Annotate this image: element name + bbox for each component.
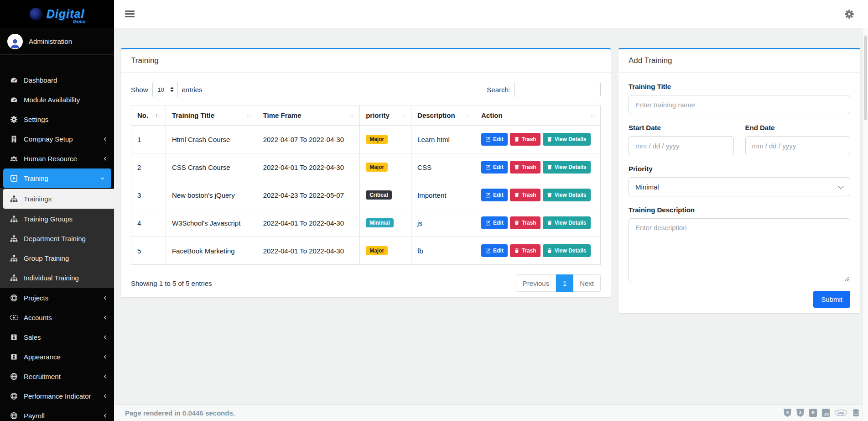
view-details-button[interactable]: View Details [543, 189, 591, 201]
edit-button[interactable]: Edit [481, 161, 508, 174]
view-details-button[interactable]: View Details [543, 216, 591, 229]
cell-description: js [411, 209, 475, 237]
topbar [114, 0, 868, 28]
sort-icon: ↑↓ [464, 113, 469, 118]
priority-label: Priority [629, 165, 850, 173]
sidebar-subitem-department-training[interactable]: Department Training [0, 229, 114, 248]
start-date-input[interactable] [629, 136, 734, 155]
edit-button[interactable]: Edit [481, 133, 508, 146]
sidebar-subitem-individual-training[interactable]: Individual Training [0, 268, 114, 288]
page-length-select[interactable]: 10 [152, 82, 178, 97]
database-icon [852, 409, 860, 417]
sort-icon: ↑↓ [349, 113, 354, 118]
logo-sphere-icon [30, 8, 42, 21]
cell-time-frame: 2022-04-01 To 2022-04-30 [257, 237, 360, 265]
priority-select[interactable]: Minimal [629, 177, 850, 196]
gauge-icon [10, 76, 18, 84]
sidebar-item-recruitment[interactable]: Recruitment [0, 367, 114, 386]
sidebar-item-module-availability[interactable]: Module Availability [0, 90, 114, 110]
scrollbar-thumb[interactable] [864, 36, 867, 120]
table-row: 2 CSS Crash Course 2022-04-01 To 2022-04… [131, 153, 601, 181]
table-footer: Showing 1 to 5 of 5 entries Previous 1 N… [131, 274, 601, 292]
entries-label: entries [182, 86, 203, 94]
hamburger-menu-icon[interactable] [125, 11, 135, 17]
view-details-button[interactable]: View Details [543, 161, 591, 174]
priority-badge: Critical [366, 190, 392, 200]
trash-button[interactable]: Trash [510, 189, 541, 201]
sidebar-item-performance-indicator[interactable]: Performance Indicator [0, 386, 114, 406]
brand-logo[interactable]: DigitalDemo [0, 0, 114, 28]
css3-icon: 3 [796, 409, 804, 417]
column-header-action[interactable]: Action↑↓ [475, 105, 600, 126]
sidebar-subitem-trainings[interactable]: Trainings [3, 189, 114, 209]
sidebar-item-appearance[interactable]: Appearance [0, 347, 114, 367]
globe-icon [10, 392, 18, 400]
cell-no: 1 [131, 126, 166, 153]
training-title-input[interactable] [629, 95, 850, 114]
sidebar-item-settings[interactable]: Settings [0, 110, 114, 129]
edit-button[interactable]: Edit [481, 216, 508, 229]
gauge-icon [10, 96, 18, 104]
main-content: Training Show 10 entries Search: [114, 28, 868, 404]
edit-button[interactable]: Edit [481, 244, 508, 257]
search-input[interactable] [514, 82, 601, 97]
search-control: Search: [487, 82, 601, 97]
column-header-description[interactable]: Description↑↓ [411, 105, 475, 126]
start-date-label: Start Date [629, 124, 734, 132]
add-training-panel: Add Training Training Title Start Date E… [619, 48, 860, 313]
previous-page-button[interactable]: Previous [516, 274, 556, 292]
end-date-input[interactable] [745, 136, 851, 155]
play-square-icon [10, 174, 18, 182]
gear-icon[interactable] [844, 9, 854, 19]
vertical-scrollbar[interactable] [863, 28, 868, 421]
column-header-time-frame[interactable]: Time Frame↑↓ [257, 105, 360, 126]
sidebar-item-accounts[interactable]: Accounts [0, 308, 114, 327]
sidebar-item-label: Human Resource [24, 155, 103, 163]
column-header-no[interactable]: No.↑↓ [131, 105, 166, 126]
training-title-label: Training Title [629, 83, 850, 90]
sidebar-item-label: Appearance [24, 353, 103, 361]
view-details-button[interactable]: View Details [543, 133, 591, 146]
sidebar-item-company-setup[interactable]: Compnay Setup [0, 129, 114, 149]
priority-badge: Minimal [366, 218, 394, 227]
column-header-training-title[interactable]: Training Title↑↓ [166, 105, 257, 126]
trash-button[interactable]: Trash [510, 244, 541, 257]
cell-description: Importent [411, 181, 475, 209]
sidebar-item-training[interactable]: Training [3, 168, 111, 188]
trash-icon [514, 248, 520, 253]
trash-button[interactable]: Trash [510, 161, 541, 174]
tech-icons: 5 3 B JS php [784, 409, 860, 417]
trash-button[interactable]: Trash [510, 133, 541, 146]
submit-button[interactable]: Submit [813, 291, 850, 308]
php-icon: php [835, 410, 847, 416]
chevron-down-icon [100, 176, 105, 181]
cell-title: FaceBook Marketing [166, 237, 257, 265]
trash-button[interactable]: Trash [510, 216, 541, 229]
chevron-left-icon [103, 137, 108, 142]
trash-icon [547, 192, 552, 198]
trash-icon [514, 220, 520, 226]
training-description-textarea[interactable] [629, 218, 850, 282]
next-page-button[interactable]: Next [573, 274, 601, 292]
sidebar-subitem-group-training[interactable]: Group Training [0, 248, 114, 268]
sidebar-item-payroll[interactable]: Payroll [0, 406, 114, 421]
cell-title: New boston's jQuery [166, 181, 257, 209]
trash-icon [514, 137, 520, 142]
sidebar-item-dashboard[interactable]: Dashboard [0, 70, 114, 90]
edit-button[interactable]: Edit [481, 189, 508, 201]
page-number-button[interactable]: 1 [556, 274, 573, 292]
priority-badge: Major [366, 163, 388, 172]
cell-title: CSS Crash Course [166, 153, 257, 181]
sidebar-item-human-resource[interactable]: Human Resource [0, 149, 114, 168]
column-header-priority[interactable]: priority↑↓ [360, 105, 411, 126]
bootstrap-icon: B [809, 409, 817, 417]
user-name: Administration [29, 37, 72, 45]
view-details-button[interactable]: View Details [543, 244, 591, 257]
sidebar-subitem-training-groups[interactable]: Training Groups [0, 209, 114, 229]
gear-icon [10, 116, 18, 123]
user-panel[interactable]: Administration [0, 28, 114, 55]
sidebar-item-sales[interactable]: Sales [0, 327, 114, 347]
sort-icon: ↑↓ [246, 113, 251, 118]
sidebar-subitem-label: Training Groups [24, 215, 108, 223]
sidebar-item-projects[interactable]: Projects [0, 288, 114, 308]
